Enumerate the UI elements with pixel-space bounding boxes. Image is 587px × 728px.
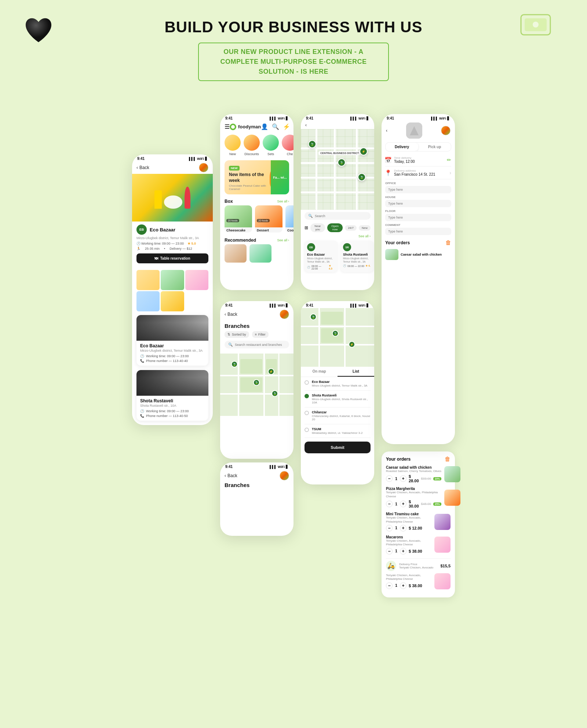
macarons-qty-plus[interactable]: + <box>400 548 406 555</box>
rc-rating-eco: ★ 4.5 <box>329 264 335 270</box>
address-arrow-icon[interactable]: › <box>449 170 451 176</box>
back-button-map[interactable]: ‹ <box>305 122 307 128</box>
back-button-delivery[interactable]: ‹ <box>386 128 387 133</box>
last-qty-minus[interactable]: − <box>386 582 393 589</box>
flash-icon[interactable]: ⚡ <box>283 123 290 130</box>
last-qty-num: 1 <box>394 584 398 588</box>
bli-addr-chilanzar: Chilanzarsky district, Katartal, 8 block… <box>312 414 371 421</box>
box-see-all[interactable]: See all › <box>277 200 289 203</box>
box-item-dessert[interactable]: 20 foods Dessert <box>255 205 282 233</box>
order-list-trash-icon[interactable]: 🗑 <box>445 456 451 462</box>
back-button-bot[interactable]: ‹ Back <box>225 473 237 478</box>
table-reservation-button[interactable]: 🍽 Table reservation <box>136 253 208 263</box>
house-input[interactable] <box>385 200 451 207</box>
macarons-desc: Teriyaki Chicken, Avocado, Philadelphia … <box>386 539 431 547</box>
map-search-input[interactable] <box>315 214 367 218</box>
branch-phone-label-1: Phone number — 113-40-40 <box>146 359 188 363</box>
chevron-right-icon: › <box>288 200 289 203</box>
second-promo-banner: Fa... wi... <box>271 160 289 194</box>
list-item-tsum[interactable]: TSUM Mirabadsky district, ul. Yakkachino… <box>305 424 371 438</box>
tiramisu-qty-plus[interactable]: + <box>400 525 406 531</box>
delivery-price: Delivery — $12 <box>169 247 192 250</box>
filter-near-you[interactable]: Near you <box>310 223 325 232</box>
back-row-branches: ‹ Back <box>220 308 294 321</box>
sort-label: Sorted by <box>232 333 246 336</box>
list-item-chilanzar[interactable]: Chilanzar Chilanzarsky district, Katarta… <box>305 407 371 424</box>
tab-on-map[interactable]: On map <box>301 367 338 377</box>
search-icon-map: 🔍 <box>308 214 313 218</box>
trash-icon-preview[interactable]: 🗑 <box>445 239 451 246</box>
floor-input[interactable] <box>385 214 451 221</box>
rest-card-shota[interactable]: SR Shota Rustaveli Mirzo-Ulugbek distric… <box>340 241 373 272</box>
avatar <box>199 163 208 172</box>
office-input[interactable] <box>385 186 451 193</box>
category-item-new[interactable]: New <box>225 135 241 156</box>
last-item-price: $ 38.00 <box>409 584 422 588</box>
app-name-label: foodyman <box>238 124 261 129</box>
submit-button[interactable]: Submit <box>305 442 371 453</box>
pizza-info: Pizza Margherita Teriyaki Chicken, Avoca… <box>386 487 441 508</box>
recommended-see-all-label: See all <box>277 238 287 242</box>
tiramisu-price: $ 12.00 <box>409 526 422 530</box>
rec-image-1 <box>225 244 247 263</box>
hero-subtitle: OUR NEW PRODUCT LINE EXTENSION - A COMPL… <box>198 43 389 81</box>
filter-24-7[interactable]: 24/7 <box>345 225 357 231</box>
logo-icon <box>230 124 236 130</box>
recommended-see-all[interactable]: See all › <box>277 238 289 242</box>
clock-rc: 🕐 <box>307 266 310 269</box>
tab-pickup[interactable]: Pick up <box>418 143 451 151</box>
rec-item-1[interactable] <box>225 244 247 263</box>
box-item-cheesecake[interactable]: 20 foods Cheesecake <box>225 205 252 233</box>
profile-icon[interactable]: 👤 <box>261 123 268 130</box>
delivery-info: 🏃 25-35 min • Delivery — $12 <box>136 247 208 250</box>
edit-time-icon[interactable]: ✏ <box>447 157 451 163</box>
box-item-coo[interactable]: Coo... <box>285 205 294 233</box>
box-section-title: Box <box>225 199 233 204</box>
filter-open-now[interactable]: Open now <box>327 223 343 232</box>
clock-shota: 🕐 <box>343 264 346 267</box>
map-area-main: CENTRAL BUSINESS DISTRICT 🍃 🍃 🍃 ⚡ <box>301 129 374 210</box>
caesar-qty-minus[interactable]: − <box>386 475 393 482</box>
category-item-sets[interactable]: Sets <box>263 135 279 156</box>
phone-branches-top: 9:41 ▌▌▌ WiFi ▋ ‹ Back Branches ⇅ <box>220 301 294 459</box>
order-product-pizza: Pizza Margherita Teriyaki Chicken, Avoca… <box>386 487 451 508</box>
search-icon[interactable]: 🔍 <box>272 123 279 130</box>
tiramisu-qty-control: − 1 + <box>386 525 406 531</box>
filter-button[interactable]: ≡ Filter <box>252 331 269 338</box>
filter-settings-icon[interactable]: ⊞ <box>305 225 308 230</box>
category-image-che <box>282 135 294 151</box>
rec-item-2[interactable] <box>249 244 271 263</box>
list-item-shota[interactable]: Shota Rustaveli Mirzo-Ulugbek district, … <box>305 391 371 407</box>
pizza-qty-minus[interactable]: − <box>386 501 393 507</box>
menu-icon[interactable]: ☰ <box>225 123 230 130</box>
list-item-eco[interactable]: Eco Bazaar Mirzo-Ulugbek district, Temur… <box>305 377 371 391</box>
macarons-qty-minus[interactable]: − <box>386 548 393 555</box>
category-item-che[interactable]: Che <box>282 135 294 156</box>
delivery-icon: 🛵 <box>386 561 396 571</box>
branches-search-input[interactable] <box>235 343 285 347</box>
rc-hours-shota: 08:00 — 22:00 <box>347 265 364 267</box>
sort-button[interactable]: ⇅ Sorted by <box>225 331 249 338</box>
comment-input[interactable] <box>385 228 451 235</box>
category-label-new: New <box>229 152 236 156</box>
tab-list[interactable]: List <box>338 367 374 377</box>
clock-icon-b2: 🕐 <box>140 409 144 413</box>
rc-rating-shota: ★ 4. <box>365 264 371 267</box>
tab-delivery[interactable]: Delivery <box>386 143 418 151</box>
back-button-branches[interactable]: ‹ Back <box>225 312 237 317</box>
last-qty-plus[interactable]: + <box>400 582 406 589</box>
wifi-icon-bot: WiFi <box>278 465 285 469</box>
pizza-discount: 25% <box>433 502 441 506</box>
map-see-all[interactable]: See all › <box>301 234 374 239</box>
category-item-discounts[interactable]: Discounts <box>244 135 260 156</box>
status-bar: 9:41 ▌▌▌ WiFi ▋ <box>132 154 213 161</box>
tiramisu-qty-minus[interactable]: − <box>386 525 393 531</box>
status-icons-delivery: ▌▌▌ WiFi ▋ <box>431 117 450 120</box>
caesar-qty-plus[interactable]: + <box>400 475 406 482</box>
rest-card-eco[interactable]: EB Eco Bazaar Mirzo-Ulugbek district, Te… <box>305 241 338 272</box>
list-map-pin-2: 🍃 <box>332 330 339 337</box>
back-button[interactable]: ‹ Back <box>136 165 149 170</box>
filter-new-map[interactable]: New <box>359 225 371 231</box>
pizza-qty-control: − 1 + <box>386 501 406 507</box>
pizza-qty-plus[interactable]: + <box>400 501 406 507</box>
